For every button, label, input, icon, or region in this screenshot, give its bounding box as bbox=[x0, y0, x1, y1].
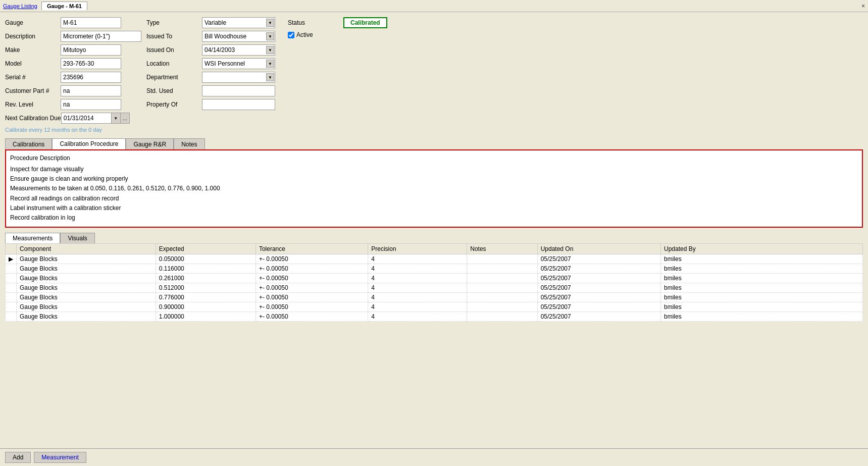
cell-updated-on: 05/25/2007 bbox=[537, 312, 660, 322]
cell-updated-by: bmiles bbox=[661, 293, 863, 302]
procedure-text: Inspect for damage visuallyEnsure gauge … bbox=[10, 165, 858, 223]
type-label: Type bbox=[146, 19, 202, 26]
table-row[interactable]: Gauge Blocks 1.000000 +- 0.00050 4 05/25… bbox=[6, 312, 863, 322]
rev-level-input[interactable] bbox=[61, 99, 121, 110]
next-cal-field-row: Next Calibration Due ▼ … bbox=[5, 113, 136, 124]
description-field-row: Description bbox=[5, 31, 136, 42]
std-used-field-row: Std. Used bbox=[146, 85, 278, 96]
cell-precision: 4 bbox=[368, 254, 467, 264]
department-field-row: Department ▼ bbox=[146, 72, 278, 83]
title-bar: Gauge Listing Gauge - M-61 × bbox=[0, 0, 868, 12]
issued-to-select[interactable]: Bill Woodhouse bbox=[202, 31, 275, 42]
table-row[interactable]: Gauge Blocks 0.261000 +- 0.00050 4 05/25… bbox=[6, 274, 863, 283]
procedure-box: Procedure Description Inspect for damage… bbox=[5, 149, 863, 228]
table-row[interactable]: Gauge Blocks 0.900000 +- 0.00050 4 05/25… bbox=[6, 302, 863, 312]
subtab-visuals[interactable]: Visuals bbox=[60, 233, 94, 243]
std-used-label: Std. Used bbox=[146, 87, 202, 94]
main-container: Gauge Description Make Model Serial # Cu… bbox=[0, 12, 868, 466]
close-button[interactable]: × bbox=[861, 3, 865, 10]
row-indicator bbox=[6, 274, 17, 283]
table-row[interactable]: ▶ Gauge Blocks 0.050000 +- 0.00050 4 05/… bbox=[6, 254, 863, 264]
property-of-input[interactable] bbox=[202, 99, 275, 110]
make-input[interactable] bbox=[61, 44, 121, 56]
subtabs-bar: Measurements Visuals bbox=[5, 233, 863, 243]
gauge-field-row: Gauge bbox=[5, 17, 136, 28]
table-row[interactable]: Gauge Blocks 0.116000 +- 0.00050 4 05/25… bbox=[6, 264, 863, 274]
table-row[interactable]: Gauge Blocks 0.512000 +- 0.00050 4 05/25… bbox=[6, 283, 863, 293]
cell-updated-on: 05/25/2007 bbox=[537, 293, 660, 302]
department-select[interactable] bbox=[202, 72, 275, 83]
type-select-wrapper: Variable ▼ bbox=[202, 17, 275, 28]
cell-updated-by: bmiles bbox=[661, 274, 863, 283]
table-header: Component Expected Tolerance Precision N… bbox=[6, 244, 863, 254]
status-badge[interactable]: Calibrated bbox=[343, 17, 387, 28]
cell-notes bbox=[467, 283, 537, 293]
cell-updated-on: 05/25/2007 bbox=[537, 283, 660, 293]
cell-updated-on: 05/25/2007 bbox=[537, 254, 660, 264]
row-indicator bbox=[6, 293, 17, 302]
cell-precision: 4 bbox=[368, 274, 467, 283]
active-checkbox-row: Active bbox=[288, 31, 439, 38]
tab-notes[interactable]: Notes bbox=[174, 138, 205, 149]
description-input[interactable] bbox=[61, 31, 141, 42]
tab-calibrations[interactable]: Calibrations bbox=[5, 138, 52, 149]
tab-gauge-rr[interactable]: Gauge R&R bbox=[126, 138, 174, 149]
tab-calibration-procedure[interactable]: Calibration Procedure bbox=[52, 138, 126, 149]
cell-component: Gauge Blocks bbox=[17, 302, 156, 312]
cell-tolerance: +- 0.00050 bbox=[256, 254, 368, 264]
col-arrow bbox=[6, 244, 17, 254]
cell-precision: 4 bbox=[368, 302, 467, 312]
next-cal-label: Next Calibration Due bbox=[5, 115, 61, 122]
cell-updated-by: bmiles bbox=[661, 302, 863, 312]
active-title-tab[interactable]: Gauge - M-61 bbox=[41, 2, 87, 10]
col-component: Component bbox=[17, 244, 156, 254]
customer-part-field-row: Customer Part # bbox=[5, 85, 136, 96]
cell-component: Gauge Blocks bbox=[17, 312, 156, 322]
date-input-wrapper: ▼ … bbox=[61, 113, 130, 124]
active-label: Active bbox=[296, 31, 313, 38]
cell-tolerance: +- 0.00050 bbox=[256, 302, 368, 312]
cell-expected: 0.261000 bbox=[156, 274, 256, 283]
subtab-measurements[interactable]: Measurements bbox=[5, 233, 60, 243]
next-cal-input[interactable] bbox=[61, 113, 112, 124]
date-calendar-button[interactable]: … bbox=[121, 113, 130, 124]
std-used-input[interactable] bbox=[202, 85, 275, 96]
form-col1: Gauge Description Make Model Serial # Cu… bbox=[5, 17, 136, 133]
location-select[interactable]: WSI Personnel bbox=[202, 58, 275, 69]
cell-precision: 4 bbox=[368, 312, 467, 322]
form-section: Gauge Description Make Model Serial # Cu… bbox=[5, 17, 863, 133]
measurement-button[interactable]: Measurement bbox=[34, 452, 86, 463]
form-col3: Status Calibrated Active bbox=[288, 17, 439, 133]
cell-expected: 1.000000 bbox=[156, 312, 256, 322]
customer-part-input[interactable] bbox=[61, 85, 121, 96]
col-tolerance: Tolerance bbox=[256, 244, 368, 254]
cell-tolerance: +- 0.00050 bbox=[256, 264, 368, 274]
active-checkbox[interactable] bbox=[288, 32, 294, 38]
date-dropdown-button[interactable]: ▼ bbox=[112, 113, 121, 124]
gauge-listing-link[interactable]: Gauge Listing bbox=[3, 3, 37, 9]
cell-notes bbox=[467, 264, 537, 274]
cell-expected: 0.512000 bbox=[156, 283, 256, 293]
cell-component: Gauge Blocks bbox=[17, 264, 156, 274]
cell-updated-by: bmiles bbox=[661, 264, 863, 274]
col-precision: Precision bbox=[368, 244, 467, 254]
type-field-row: Type Variable ▼ bbox=[146, 17, 278, 28]
gauge-input[interactable] bbox=[61, 17, 121, 28]
cell-tolerance: +- 0.00050 bbox=[256, 312, 368, 322]
serial-input[interactable] bbox=[61, 72, 121, 83]
col-notes: Notes bbox=[467, 244, 537, 254]
property-of-label: Property Of bbox=[146, 101, 202, 108]
cell-component: Gauge Blocks bbox=[17, 254, 156, 264]
cell-updated-by: bmiles bbox=[661, 312, 863, 322]
cell-component: Gauge Blocks bbox=[17, 274, 156, 283]
cell-expected: 0.116000 bbox=[156, 264, 256, 274]
issued-on-select[interactable]: 04/14/2003 bbox=[202, 44, 275, 56]
table-row[interactable]: Gauge Blocks 0.776000 +- 0.00050 4 05/25… bbox=[6, 293, 863, 302]
description-label: Description bbox=[5, 33, 61, 40]
measurements-table: Component Expected Tolerance Precision N… bbox=[5, 243, 863, 322]
location-select-wrapper: WSI Personnel ▼ bbox=[202, 58, 275, 69]
add-button[interactable]: Add bbox=[5, 452, 31, 463]
type-select[interactable]: Variable bbox=[202, 17, 275, 28]
model-input[interactable] bbox=[61, 58, 121, 69]
row-indicator: ▶ bbox=[6, 254, 17, 264]
